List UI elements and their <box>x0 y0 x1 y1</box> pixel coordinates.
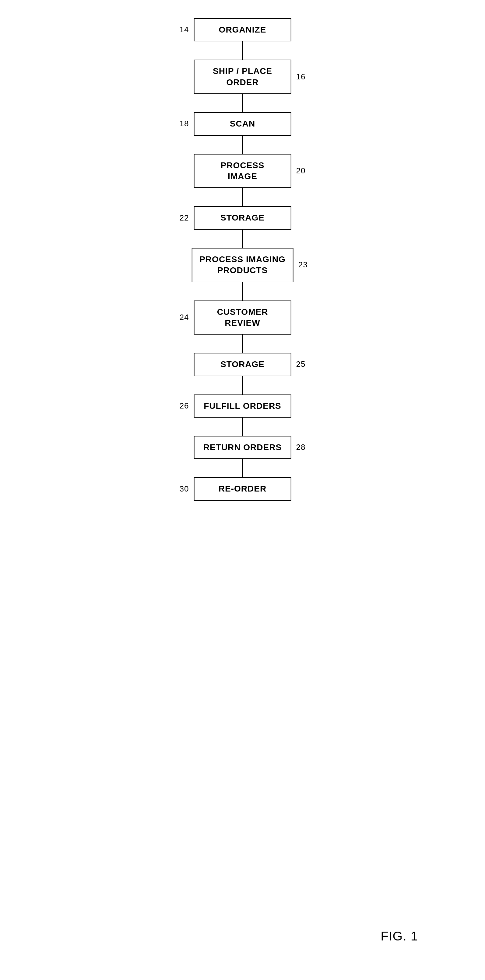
step-process-image: PROCESS IMAGE20 <box>194 154 291 207</box>
ref-label-re-order: 30 <box>180 484 189 494</box>
connector-process-image <box>242 188 243 206</box>
connector-ship-place-order <box>242 94 243 112</box>
connector-scan <box>242 136 243 154</box>
ref-label-process-imaging-products: 23 <box>298 260 308 270</box>
step-storage-1: STORAGE22 <box>194 206 291 248</box>
ref-label-scan: 18 <box>180 119 189 129</box>
ref-label-customer-review: 24 <box>180 312 189 323</box>
box-customer-review: CUSTOMER REVIEW24 <box>194 301 291 335</box>
connector-return-orders <box>242 459 243 477</box>
box-organize: ORGANIZE14 <box>194 18 291 41</box>
step-ship-place-order: SHIP / PLACE ORDER16 <box>194 60 291 112</box>
figure-label: FIG. 1 <box>381 929 418 943</box>
box-ship-place-order: SHIP / PLACE ORDER16 <box>194 60 291 94</box>
step-customer-review: CUSTOMER REVIEW24 <box>194 301 291 353</box>
connector-organize <box>242 41 243 60</box>
ref-label-fulfill-orders: 26 <box>180 401 189 411</box>
ref-label-ship-place-order: 16 <box>296 72 306 82</box>
step-storage-2: STORAGE25 <box>194 353 291 394</box>
step-organize: ORGANIZE14 <box>194 18 291 60</box>
step-process-imaging-products: PROCESS IMAGING PRODUCTS23 <box>191 248 294 301</box>
ref-label-return-orders: 28 <box>296 442 306 453</box>
connector-fulfill-orders <box>242 418 243 436</box>
ref-label-process-image: 20 <box>296 166 306 176</box>
box-scan: SCAN18 <box>194 112 291 135</box>
box-re-order: RE-ORDER30 <box>194 477 291 500</box>
step-fulfill-orders: FULFILL ORDERS26 <box>194 395 291 436</box>
connector-process-imaging-products <box>242 282 243 301</box>
flowchart: ORGANIZE14SHIP / PLACE ORDER16SCAN18PROC… <box>191 18 294 501</box>
box-process-image: PROCESS IMAGE20 <box>194 154 291 188</box>
step-return-orders: RETURN ORDERS28 <box>194 436 291 477</box>
box-process-imaging-products: PROCESS IMAGING PRODUCTS23 <box>191 248 294 282</box>
ref-label-storage-1: 22 <box>180 213 189 223</box>
box-storage-1: STORAGE22 <box>194 206 291 229</box>
box-storage-2: STORAGE25 <box>194 353 291 376</box>
box-fulfill-orders: FULFILL ORDERS26 <box>194 395 291 418</box>
step-scan: SCAN18 <box>194 112 291 154</box>
connector-customer-review <box>242 334 243 353</box>
diagram-container: ORGANIZE14SHIP / PLACE ORDER16SCAN18PROC… <box>0 0 485 980</box>
connector-storage-1 <box>242 230 243 248</box>
ref-label-storage-2: 25 <box>296 360 306 370</box>
ref-label-organize: 14 <box>180 25 189 35</box>
step-re-order: RE-ORDER30 <box>194 477 291 500</box>
box-return-orders: RETURN ORDERS28 <box>194 436 291 459</box>
connector-storage-2 <box>242 376 243 395</box>
